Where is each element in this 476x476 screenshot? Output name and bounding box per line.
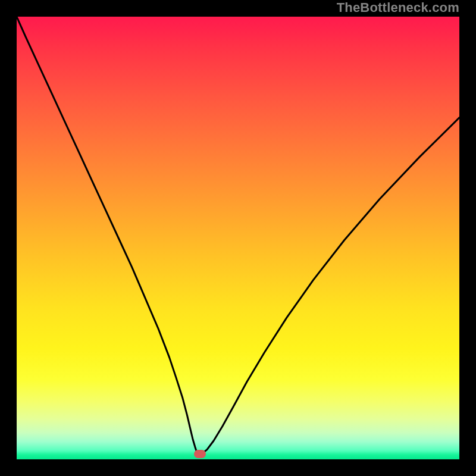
chart-frame: TheBottleneck.com xyxy=(0,0,476,476)
bottleneck-curve xyxy=(17,17,459,459)
optimum-marker xyxy=(194,450,206,458)
plot-area xyxy=(17,17,459,459)
watermark-text: TheBottleneck.com xyxy=(337,0,459,17)
